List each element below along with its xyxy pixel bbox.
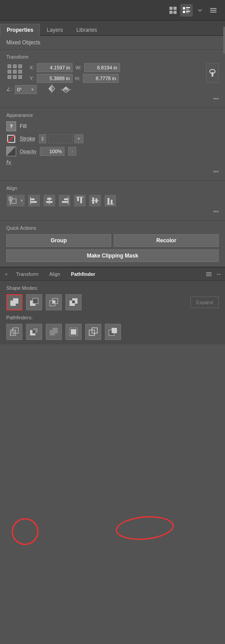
list-icon[interactable] bbox=[207, 4, 220, 17]
ref-dot-tr[interactable] bbox=[18, 64, 22, 68]
transform-more-options[interactable]: ••• bbox=[6, 94, 219, 103]
y-input[interactable] bbox=[37, 74, 73, 83]
align-dropdown-arrow[interactable]: ▼ bbox=[19, 194, 25, 207]
svg-rect-42 bbox=[13, 298, 18, 304]
angle-input[interactable] bbox=[17, 87, 30, 92]
unite-button[interactable] bbox=[6, 294, 22, 310]
scrollbar[interactable] bbox=[223, 27, 225, 54]
minus-front-button[interactable] bbox=[26, 294, 42, 310]
pathfinder-tab-align[interactable]: Align bbox=[44, 270, 65, 279]
expand-button[interactable]: Expand bbox=[190, 296, 219, 308]
pathfinder-tab-transform[interactable]: Transform bbox=[11, 270, 44, 279]
h-label: H: bbox=[75, 76, 80, 81]
recolor-button[interactable]: Recolor bbox=[114, 234, 219, 247]
minus-back-button[interactable] bbox=[105, 324, 121, 340]
trim-button[interactable] bbox=[26, 324, 42, 340]
shape-modes-row: Expand bbox=[6, 294, 219, 310]
align-to-selection-group[interactable]: ▼ bbox=[6, 194, 25, 207]
group-button[interactable]: Group bbox=[6, 234, 111, 247]
svg-rect-57 bbox=[33, 330, 35, 333]
pathfinders-title: Pathfinders: bbox=[6, 315, 219, 320]
svg-rect-35 bbox=[108, 198, 109, 204]
fill-icon[interactable]: ? bbox=[6, 121, 16, 131]
y-label: Y: bbox=[30, 76, 34, 81]
align-right-button[interactable] bbox=[58, 194, 71, 207]
pathfinders-row bbox=[6, 324, 219, 340]
chevron-down-icon[interactable] bbox=[194, 4, 206, 17]
stroke-label: Stroke bbox=[20, 136, 35, 142]
svg-rect-65 bbox=[112, 328, 117, 333]
angle-input-container[interactable]: ▼ bbox=[15, 85, 37, 94]
pathfinder-close-button[interactable]: × bbox=[4, 271, 9, 277]
svg-rect-8 bbox=[186, 11, 190, 12]
svg-rect-38 bbox=[206, 272, 212, 273]
align-center-horizontal-button[interactable] bbox=[43, 194, 56, 207]
angle-label: ∠: bbox=[6, 86, 12, 92]
align-buttons-row: ▼ bbox=[6, 194, 219, 207]
flip-horizontal-icon[interactable] bbox=[47, 85, 56, 94]
pathfinder-expand-button[interactable]: ↔ bbox=[216, 271, 221, 277]
tab-libraries[interactable]: Libraries bbox=[69, 24, 104, 36]
align-bottom-button[interactable] bbox=[104, 194, 117, 207]
transform-section: Transform X: W: bbox=[0, 50, 225, 108]
h-input[interactable] bbox=[83, 74, 119, 83]
ref-dot-br[interactable] bbox=[18, 75, 22, 79]
opacity-label[interactable]: Opacity bbox=[20, 149, 36, 154]
pathfinder-header: × Transform Align Pathfinder ↔ bbox=[0, 268, 225, 281]
stroke-dropdown[interactable]: ▼ bbox=[74, 134, 83, 143]
w-input[interactable] bbox=[84, 63, 120, 72]
ref-dot-tm[interactable] bbox=[13, 64, 17, 68]
stroke-value-box[interactable] bbox=[48, 134, 73, 143]
opacity-expand-arrow[interactable]: › bbox=[68, 147, 76, 156]
divide-button[interactable] bbox=[6, 324, 22, 340]
ref-dot-bl[interactable] bbox=[8, 75, 11, 79]
stroke-icon[interactable] bbox=[6, 134, 16, 144]
merge-button[interactable] bbox=[46, 324, 62, 340]
reference-point-grid[interactable] bbox=[8, 64, 25, 82]
pathfinder-tab-pathfinder[interactable]: Pathfinder bbox=[65, 270, 100, 279]
crop-button[interactable] bbox=[65, 324, 82, 340]
stroke-icon-inner bbox=[7, 135, 15, 143]
svg-rect-26 bbox=[64, 198, 68, 200]
tab-properties[interactable]: Properties bbox=[0, 24, 40, 36]
tab-layers[interactable]: Layers bbox=[40, 24, 69, 36]
ref-dot-tl[interactable] bbox=[8, 64, 11, 68]
opacity-input[interactable] bbox=[40, 147, 65, 156]
align-section: Align ▼ bbox=[0, 181, 225, 221]
ref-dot-mr[interactable] bbox=[18, 70, 22, 73]
appearance-more-options[interactable]: ••• bbox=[6, 167, 219, 176]
svg-rect-4 bbox=[183, 7, 185, 9]
ref-dot-ml[interactable] bbox=[8, 70, 11, 73]
outline-button[interactable] bbox=[85, 324, 101, 340]
svg-rect-5 bbox=[186, 7, 190, 8]
align-center-vertical-button[interactable] bbox=[89, 194, 101, 207]
opacity-icon[interactable] bbox=[6, 146, 16, 156]
ref-dot-bm[interactable] bbox=[13, 75, 17, 79]
align-to-selection-button[interactable] bbox=[6, 194, 19, 207]
svg-rect-21 bbox=[31, 201, 37, 203]
svg-rect-30 bbox=[80, 197, 82, 203]
properties-icon[interactable] bbox=[180, 4, 193, 17]
align-left-button[interactable] bbox=[28, 194, 40, 207]
grid-icon[interactable] bbox=[167, 4, 179, 17]
intersect-button[interactable] bbox=[46, 294, 62, 310]
pathfinder-menu-button[interactable] bbox=[205, 270, 212, 278]
exclude-button[interactable] bbox=[65, 294, 82, 310]
ref-dot-mm[interactable] bbox=[13, 70, 17, 73]
reference-point-control[interactable] bbox=[6, 63, 26, 83]
align-more-options[interactable]: ••• bbox=[6, 207, 219, 216]
flip-vertical-icon[interactable] bbox=[61, 85, 71, 94]
constrain-proportions-button[interactable] bbox=[206, 63, 219, 83]
svg-rect-40 bbox=[206, 275, 212, 276]
x-input[interactable] bbox=[37, 63, 73, 72]
svg-rect-2 bbox=[169, 11, 173, 14]
svg-rect-44 bbox=[33, 298, 38, 304]
fx-label[interactable]: fx. bbox=[6, 156, 219, 167]
stroke-row: Stroke ▼ bbox=[6, 134, 219, 144]
angle-dropdown-arrow[interactable]: ▼ bbox=[30, 87, 35, 92]
make-clipping-mask-button[interactable]: Make Clipping Mask bbox=[6, 249, 219, 262]
svg-rect-61 bbox=[71, 329, 76, 335]
stroke-spinner[interactable] bbox=[39, 134, 46, 143]
align-top-button[interactable] bbox=[74, 194, 86, 207]
x-label: X: bbox=[30, 65, 34, 70]
